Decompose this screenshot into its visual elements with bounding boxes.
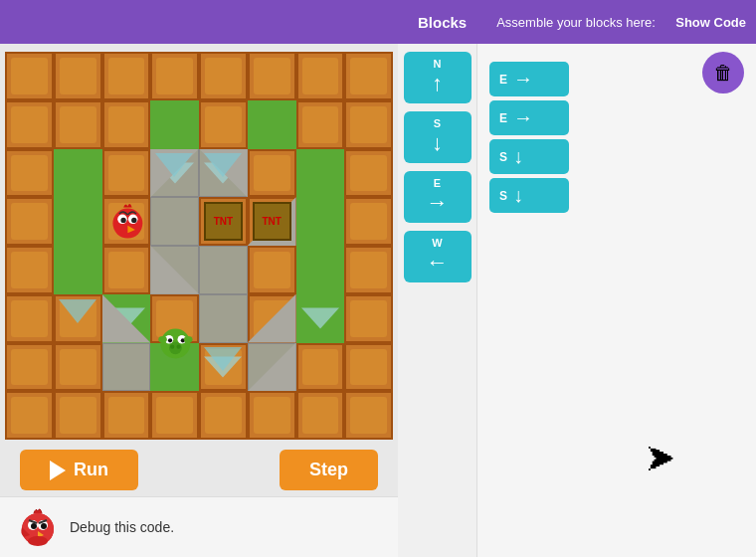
cell bbox=[296, 294, 345, 343]
cell bbox=[296, 343, 345, 392]
block-north[interactable]: N ↑ bbox=[404, 52, 472, 103]
svg-point-0 bbox=[112, 209, 142, 239]
cell bbox=[296, 52, 345, 100]
svg-point-25 bbox=[28, 536, 48, 546]
cell bbox=[150, 391, 199, 440]
debug-text: Debug this code. bbox=[70, 519, 174, 535]
cell bbox=[344, 197, 393, 246]
cell bbox=[199, 52, 248, 100]
cell bbox=[5, 197, 54, 246]
blocks-column: N ↑ S ↓ E → W ← bbox=[398, 44, 477, 557]
cell bbox=[248, 246, 296, 294]
svg-point-22 bbox=[41, 523, 47, 529]
cell bbox=[54, 246, 102, 294]
svg-point-5 bbox=[131, 218, 136, 223]
cell bbox=[344, 343, 393, 392]
cell bbox=[150, 197, 199, 246]
cell bbox=[344, 246, 393, 294]
cell bbox=[102, 52, 151, 100]
cell bbox=[5, 100, 54, 149]
cell bbox=[344, 149, 393, 198]
red-bird-icon bbox=[106, 199, 151, 244]
tnt-box: TNT bbox=[204, 202, 243, 241]
cell bbox=[5, 391, 54, 440]
cell bbox=[248, 100, 296, 149]
cell bbox=[54, 197, 102, 246]
block-west[interactable]: W ← bbox=[404, 231, 472, 282]
trash-icon: 🗑 bbox=[713, 62, 733, 85]
cell bbox=[344, 52, 393, 100]
cell bbox=[199, 294, 248, 343]
tnt-box: TNT bbox=[253, 202, 291, 241]
cell bbox=[296, 100, 345, 149]
cell bbox=[296, 391, 345, 440]
cell bbox=[199, 391, 248, 440]
svg-point-21 bbox=[31, 523, 37, 529]
cell bbox=[150, 52, 199, 100]
ice-triangle bbox=[59, 299, 96, 323]
cell bbox=[296, 149, 345, 198]
assembled-block-e1[interactable]: E → bbox=[489, 62, 569, 96]
right-panel: N ↑ S ↓ E → W ← 🗑 bbox=[398, 44, 756, 557]
cell bbox=[5, 246, 54, 294]
game-grid: TNTTNT bbox=[5, 52, 393, 440]
svg-point-4 bbox=[120, 218, 125, 223]
game-controls: Run Step bbox=[0, 444, 398, 496]
block-south[interactable]: S ↓ bbox=[404, 111, 472, 163]
assemble-label: Assemble your blocks here: bbox=[496, 15, 675, 30]
cell bbox=[102, 391, 151, 440]
cell bbox=[344, 391, 393, 440]
cell bbox=[102, 149, 151, 198]
cell bbox=[5, 52, 54, 100]
assembled-block-s2[interactable]: S ↓ bbox=[489, 178, 569, 213]
green-pig-icon bbox=[154, 320, 199, 365]
block-east[interactable]: E → bbox=[404, 171, 472, 223]
cell bbox=[199, 100, 248, 149]
cell bbox=[5, 149, 54, 198]
assembled-block-e2[interactable]: E → bbox=[489, 100, 569, 135]
cell bbox=[344, 294, 393, 343]
cell bbox=[296, 197, 345, 246]
run-button[interactable]: Run bbox=[20, 450, 138, 490]
cell bbox=[248, 149, 296, 198]
cell bbox=[102, 100, 151, 149]
cell bbox=[344, 100, 393, 149]
game-grid-container: TNTTNT bbox=[5, 52, 393, 440]
trash-button[interactable]: 🗑 bbox=[702, 52, 744, 93]
ice-triangle bbox=[204, 153, 242, 177]
svg-point-15 bbox=[184, 336, 193, 342]
cell bbox=[54, 343, 102, 392]
svg-point-14 bbox=[159, 336, 168, 342]
game-panel: TNTTNT Run Step bbox=[0, 44, 398, 557]
cursor-icon: ⮞ bbox=[647, 444, 676, 477]
cell bbox=[248, 52, 296, 100]
cell bbox=[102, 343, 151, 392]
svg-point-9 bbox=[177, 345, 181, 349]
assembled-block-s1[interactable]: S ↓ bbox=[489, 139, 569, 174]
cell bbox=[54, 100, 102, 149]
blocks-tab-label: Blocks bbox=[418, 14, 467, 31]
cell bbox=[54, 52, 102, 100]
debug-area: Debug this code. bbox=[0, 496, 398, 557]
cell bbox=[54, 149, 102, 198]
cell bbox=[54, 391, 102, 440]
svg-point-8 bbox=[170, 345, 174, 349]
cell bbox=[150, 100, 199, 149]
show-code-button[interactable]: Show Code bbox=[675, 15, 746, 30]
cell bbox=[5, 343, 54, 392]
main-content: TNTTNT Run Step bbox=[0, 44, 756, 557]
svg-point-12 bbox=[168, 338, 172, 342]
cell bbox=[248, 391, 296, 440]
step-button[interactable]: Step bbox=[280, 450, 378, 490]
cell bbox=[5, 294, 54, 343]
ice-triangle bbox=[155, 153, 193, 177]
cell bbox=[296, 246, 345, 294]
header: Blocks Assemble your blocks here: Show C… bbox=[0, 0, 756, 44]
cell bbox=[199, 246, 248, 294]
debug-bird-icon bbox=[16, 505, 60, 549]
ice-triangle bbox=[204, 347, 242, 371]
cell bbox=[102, 246, 151, 294]
assemble-column: 🗑 E → E → S ↓ S ↓ bbox=[477, 44, 756, 557]
